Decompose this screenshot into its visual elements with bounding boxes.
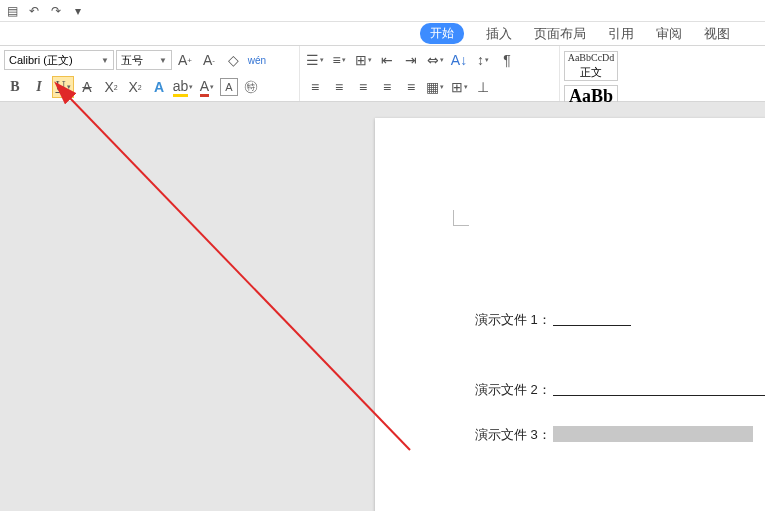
font-name-value: Calibri (正文) [9, 53, 73, 68]
document-content: 演示文件 1： 演示文件 2： 演示文件 3： [475, 312, 765, 442]
font-color-button[interactable]: A▾ [196, 76, 218, 98]
clear-format-button[interactable]: ◇ [222, 49, 244, 71]
tab-review[interactable]: 审阅 [656, 25, 682, 43]
align-justify-button[interactable]: ≡ [376, 76, 398, 98]
show-marks-button[interactable]: ¶ [496, 49, 518, 71]
char-border-button[interactable]: A [220, 78, 238, 96]
ribbon-tabs: 开始 插入 页面布局 引用 审阅 视图 [0, 22, 765, 46]
tab-layout[interactable]: 页面布局 [534, 25, 586, 43]
subscript-button[interactable]: X2 [124, 76, 146, 98]
tab-view[interactable]: 视图 [704, 25, 730, 43]
selection-highlight [553, 426, 753, 442]
style-body[interactable]: AaBbCcDd 正文 [564, 51, 618, 81]
shading-button[interactable]: ▦▾ [424, 76, 446, 98]
italic-button[interactable]: I [28, 76, 50, 98]
paragraph-group: ☰▾ ≡▾ ⊞▾ ⇤ ⇥ ⇔▾ A↓ ↕▾ ¶ ≡ ≡ ≡ ≡ ≡ ▦▾ ⊞▾ … [300, 46, 560, 101]
grow-font-button[interactable]: A+ [174, 49, 196, 71]
tab-start[interactable]: 开始 [420, 23, 464, 44]
multilevel-list-button[interactable]: ⊞▾ [352, 49, 374, 71]
enclosed-char-button[interactable]: ㊕ [240, 76, 262, 98]
undo-icon[interactable]: ↶ [26, 3, 42, 19]
superscript-button[interactable]: X2 [100, 76, 122, 98]
font-size-value: 五号 [121, 53, 143, 68]
align-left-button[interactable]: ≡ [304, 76, 326, 98]
font-size-select[interactable]: 五号 ▼ [116, 50, 172, 70]
sort-button[interactable]: A↓ [448, 49, 470, 71]
borders-button[interactable]: ⊞▾ [448, 76, 470, 98]
doc-line-1: 演示文件 1： [475, 312, 765, 326]
strikethrough-button[interactable]: A [76, 76, 98, 98]
chevron-down-icon: ▼ [101, 56, 109, 65]
char-scale-button[interactable]: ⇔▾ [424, 49, 446, 71]
font-name-select[interactable]: Calibri (正文) ▼ [4, 50, 114, 70]
chevron-down-icon: ▾ [67, 83, 71, 91]
tabs-button[interactable]: ⊥ [472, 76, 494, 98]
underline-blank-1 [553, 312, 631, 326]
doc-line-3: 演示文件 3： [475, 426, 765, 442]
underline-blank-2 [553, 382, 765, 396]
doc-line-2: 演示文件 2： [475, 382, 765, 396]
highlight-button[interactable]: ab▾ [172, 76, 194, 98]
align-center-button[interactable]: ≡ [328, 76, 350, 98]
chevron-down-icon: ▼ [159, 56, 167, 65]
underline-button[interactable]: U▾ [52, 76, 74, 98]
styles-group: AaBbCcDd 正文 AaBb 标题 1 AaBb 标题 2 [560, 46, 765, 101]
text-effect-button[interactable]: A [148, 76, 170, 98]
increase-indent-button[interactable]: ⇥ [400, 49, 422, 71]
ribbon: Calibri (正文) ▼ 五号 ▼ A+ A- ◇ wén B I U▾ A… [0, 46, 765, 102]
qat-dropdown-icon[interactable]: ▾ [70, 3, 86, 19]
margin-mark-icon [453, 210, 469, 226]
quick-access-toolbar: ▤ ↶ ↷ ▾ [0, 0, 765, 22]
bold-button[interactable]: B [4, 76, 26, 98]
line-spacing-button[interactable]: ↕▾ [472, 49, 494, 71]
align-distributed-button[interactable]: ≡ [400, 76, 422, 98]
tab-reference[interactable]: 引用 [608, 25, 634, 43]
font-group: Calibri (正文) ▼ 五号 ▼ A+ A- ◇ wén B I U▾ A… [0, 46, 300, 101]
bullet-list-button[interactable]: ☰▾ [304, 49, 326, 71]
decrease-indent-button[interactable]: ⇤ [376, 49, 398, 71]
document-page[interactable]: 演示文件 1： 演示文件 2： 演示文件 3： [375, 118, 765, 511]
save-icon[interactable]: ▤ [4, 3, 20, 19]
shrink-font-button[interactable]: A- [198, 49, 220, 71]
tab-insert[interactable]: 插入 [486, 25, 512, 43]
redo-icon[interactable]: ↷ [48, 3, 64, 19]
pinyin-button[interactable]: wén [246, 49, 268, 71]
align-right-button[interactable]: ≡ [352, 76, 374, 98]
number-list-button[interactable]: ≡▾ [328, 49, 350, 71]
document-workspace: 演示文件 1： 演示文件 2： 演示文件 3： [0, 102, 765, 511]
